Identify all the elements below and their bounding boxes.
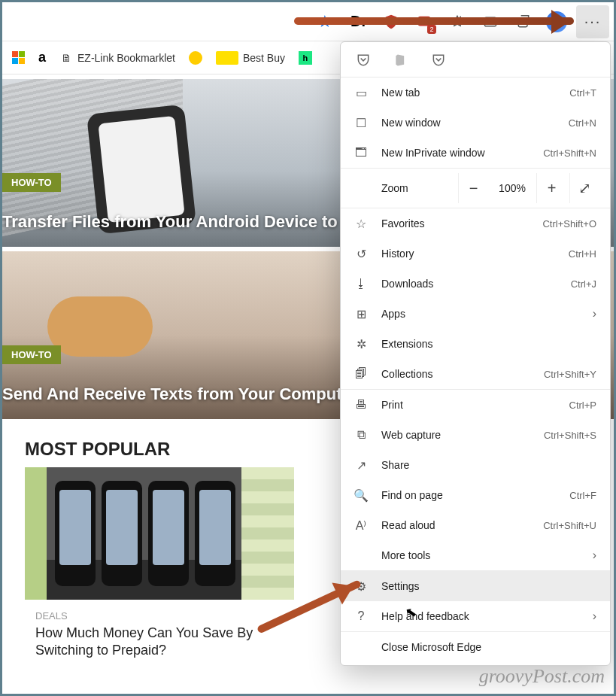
menu-history[interactable]: ↺ History Ctrl+H [341,239,610,269]
fullscreen-button[interactable]: ⤢ [569,173,599,203]
popular-card[interactable]: DEALS How Much Money Can You Save By Swi… [25,467,294,660]
menu-read-aloud[interactable]: A⁾ Read aloud Ctrl+Shift+U [341,510,610,540]
menu-apps[interactable]: ⊞ Apps › [341,299,610,329]
page-icon: 🗎 [59,51,73,65]
zoom-in-button[interactable]: + [536,173,566,203]
zoom-value: 100% [491,182,533,194]
bookmark-microsoft[interactable] [11,51,25,65]
window-icon: ☐ [353,116,369,130]
annotation-arrow [294,17,574,19]
bookmark-ezlink[interactable]: 🗎 EZ-Link Bookmarklet [59,51,175,65]
menu-new-window[interactable]: ☐ New window Ctrl+N [341,108,610,138]
popular-category: DEALS [35,610,294,622]
menu-zoom-row: Zoom − 100% + ⤢ [341,169,610,208]
chevron-right-icon: › [593,549,596,562]
read-aloud-icon: A⁾ [353,518,369,533]
article-tag: HOW-TO [2,345,61,364]
inprivate-icon: 🗔 [353,146,369,160]
popular-title: How Much Money Can You Save By Switching… [25,625,294,660]
menu-pinned-row [341,42,610,77]
bookmark-hulu[interactable]: h [299,51,312,65]
download-icon: ⭳ [353,277,369,290]
office-icon[interactable] [393,53,410,69]
bookmark-label: EZ-Link Bookmarklet [77,52,175,64]
bookmark-amazon[interactable]: a [38,50,46,65]
menu-downloads[interactable]: ⭳ Downloads Ctrl+J [341,269,610,299]
extensions-icon: ✲ [353,337,369,351]
menu-share[interactable]: ↗ Share [341,450,610,480]
menu-favorites[interactable]: ☆ Favorites Ctrl+Shift+O [341,208,610,239]
menu-close-edge[interactable]: · Close Microsoft Edge [341,632,610,662]
menu-print[interactable]: 🖶 Print Ctrl+P [341,390,610,420]
share-icon: ↗ [353,458,369,473]
apps-icon: ⊞ [353,307,369,321]
collections-icon: 🗐 [353,367,369,381]
pocket-icon[interactable] [431,53,448,69]
chevron-right-icon: › [593,307,596,321]
menu-more-tools[interactable]: · More tools › [341,540,610,570]
menu-help[interactable]: ? Help and feedback › [341,601,610,631]
menu-collections[interactable]: 🗐 Collections Ctrl+Shift+Y [341,359,610,389]
popular-image [25,467,294,600]
bestbuy-icon [216,51,238,65]
badge-count: 2 [427,25,435,34]
find-icon: 🔍 [353,488,369,503]
pocket-icon[interactable] [356,53,372,69]
print-icon: 🖶 [353,398,369,412]
history-icon: ↺ [353,247,369,261]
bookmark-bestbuy[interactable]: Best Buy [216,51,285,65]
menu-new-inprivate[interactable]: 🗔 New InPrivate window Ctrl+Shift+N [341,138,610,168]
help-icon: ? [353,609,369,623]
menu-settings[interactable]: ⚙ Settings [341,571,610,601]
bookmark-label: Best Buy [243,52,285,64]
capture-icon: ⧉ [353,428,369,442]
settings-menu: ▭ New tab Ctrl+T ☐ New window Ctrl+N 🗔 N… [340,41,611,666]
watermark-text: groovyPost.com [479,665,605,688]
menu-find[interactable]: 🔍 Find on page Ctrl+F [341,480,610,510]
star-icon: ☆ [353,217,369,231]
menu-extensions[interactable]: ✲ Extensions [341,329,610,359]
window-new-icon: ▭ [353,86,369,100]
zoom-label: Zoom [381,182,420,194]
menu-web-capture[interactable]: ⧉ Web capture Ctrl+Shift+S [341,420,610,450]
chevron-right-icon: › [593,609,596,623]
article-tag: HOW-TO [2,173,61,192]
zoom-out-button[interactable]: − [458,173,488,203]
bookmark-walmart[interactable] [189,51,202,65]
menu-new-tab[interactable]: ▭ New tab Ctrl+T [341,78,610,108]
